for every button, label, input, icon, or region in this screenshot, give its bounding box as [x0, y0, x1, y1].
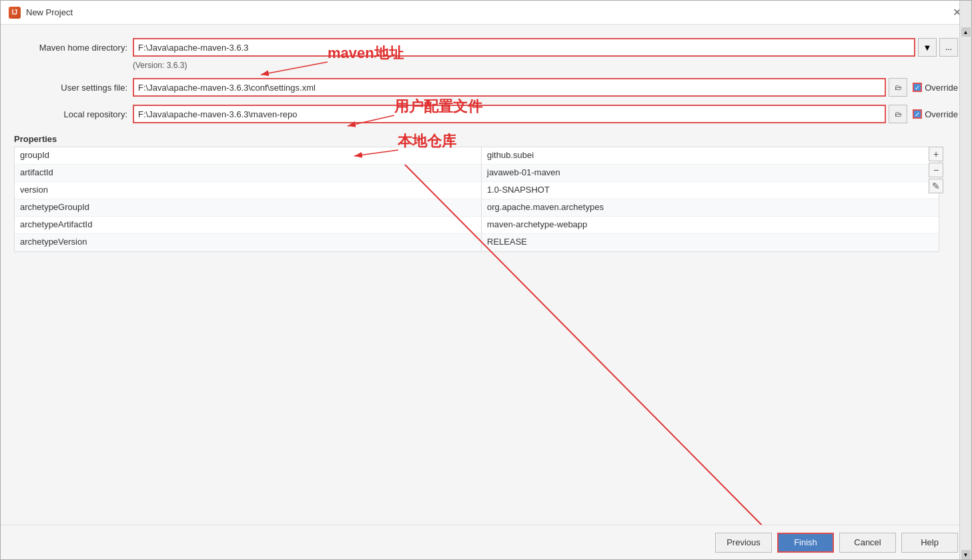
prop-value: javaweb-01-maven: [482, 165, 939, 181]
previous-button[interactable]: Previous: [715, 533, 772, 553]
table-row: groupId github.subei: [15, 147, 939, 165]
edit-icon: ✎: [932, 181, 940, 191]
prop-key: archetypeVersion: [15, 234, 482, 251]
prop-value: org.apache.maven.archetypes: [482, 199, 939, 216]
table-row: artifactId javaweb-01-maven: [15, 165, 939, 182]
dialog-title: New Project: [26, 7, 73, 17]
prop-value: maven-archetype-webapp: [482, 217, 939, 233]
ellipsis-icon: ...: [945, 43, 952, 52]
properties-table-container: groupId github.subei artifactId javaweb-…: [14, 147, 958, 252]
annotation-layer: maven地址 用户配置文件 本地仓库: [1, 25, 971, 525]
finish-button[interactable]: Finish: [777, 533, 834, 553]
user-settings-input[interactable]: [133, 78, 886, 97]
prop-key: archetypeArtifactId: [15, 217, 482, 233]
plus-icon: +: [933, 149, 939, 159]
table-row: archetypeArtifactId maven-archetype-weba…: [15, 217, 939, 234]
user-settings-row: User settings file: 🗁 Override: [14, 78, 958, 97]
maven-home-label: Maven home directory:: [14, 43, 127, 53]
user-settings-input-container: 🗁: [133, 78, 907, 97]
maven-home-input-container: ▼ ...: [133, 38, 958, 57]
maven-home-browse-btn[interactable]: ...: [939, 38, 958, 57]
user-settings-override-checkbox[interactable]: [913, 83, 922, 92]
title-bar-left: IJ New Project: [9, 7, 73, 19]
prop-key: archetypeGroupId: [15, 199, 482, 216]
user-settings-override-label: Override: [925, 83, 958, 93]
help-button[interactable]: Help: [901, 533, 958, 553]
prop-value: RELEASE: [482, 234, 939, 251]
maven-home-dropdown-btn[interactable]: ▼: [918, 38, 937, 57]
edit-property-btn[interactable]: ✎: [929, 179, 943, 193]
app-icon: IJ: [9, 7, 21, 19]
local-repo-override: Override: [913, 109, 958, 119]
local-repo-override-checkbox[interactable]: [913, 109, 922, 119]
local-repo-input[interactable]: [133, 105, 886, 123]
prop-key: artifactId: [15, 165, 482, 181]
properties-actions: + − ✎: [929, 147, 943, 193]
maven-version-hint: (Version: 3.6.3): [133, 61, 958, 70]
prop-key: groupId: [15, 147, 482, 164]
table-row: archetypeVersion RELEASE: [15, 234, 939, 251]
user-settings-override: Override: [913, 83, 958, 93]
prop-value: github.subei: [482, 147, 939, 164]
scroll-up-btn[interactable]: ▲: [961, 27, 971, 37]
table-row: version 1.0-SNAPSHOT: [15, 182, 939, 199]
button-bar: Previous Finish Cancel Help: [1, 525, 971, 559]
local-repo-row: Local repository: 🗁 Override: [14, 105, 958, 123]
scroll-down-btn[interactable]: ▼: [961, 550, 971, 559]
properties-title: Properties: [14, 134, 958, 144]
minus-icon: −: [933, 165, 939, 175]
local-repo-override-label: Override: [925, 109, 958, 119]
cancel-button[interactable]: Cancel: [839, 533, 896, 553]
maven-home-row: Maven home directory: ▼ ...: [14, 38, 958, 57]
folder-icon: 🗁: [895, 110, 902, 118]
properties-table: groupId github.subei artifactId javaweb-…: [14, 147, 939, 252]
table-row: archetypeGroupId org.apache.maven.archet…: [15, 199, 939, 217]
right-scrollbar: ▲ ▼: [959, 1, 971, 559]
remove-property-btn[interactable]: −: [929, 163, 943, 177]
content-area: Maven home directory: ▼ ... (Version: 3.…: [1, 25, 971, 525]
properties-section: Properties groupId github.subei artifact…: [14, 134, 958, 252]
prop-key: version: [15, 182, 482, 199]
local-repo-label: Local repository:: [14, 109, 127, 119]
new-project-dialog: IJ New Project ✕ Maven home directory: ▼…: [0, 0, 972, 560]
prop-value: 1.0-SNAPSHOT: [482, 182, 939, 199]
add-property-btn[interactable]: +: [929, 147, 943, 161]
maven-home-input[interactable]: [133, 38, 915, 57]
folder-icon: 🗁: [895, 83, 902, 91]
user-settings-browse-btn[interactable]: 🗁: [889, 78, 907, 97]
local-repo-input-container: 🗁: [133, 105, 907, 123]
user-settings-label: User settings file:: [14, 83, 127, 93]
title-bar: IJ New Project ✕: [1, 1, 971, 25]
local-repo-browse-btn[interactable]: 🗁: [889, 105, 907, 123]
chevron-down-icon: ▼: [923, 43, 932, 53]
